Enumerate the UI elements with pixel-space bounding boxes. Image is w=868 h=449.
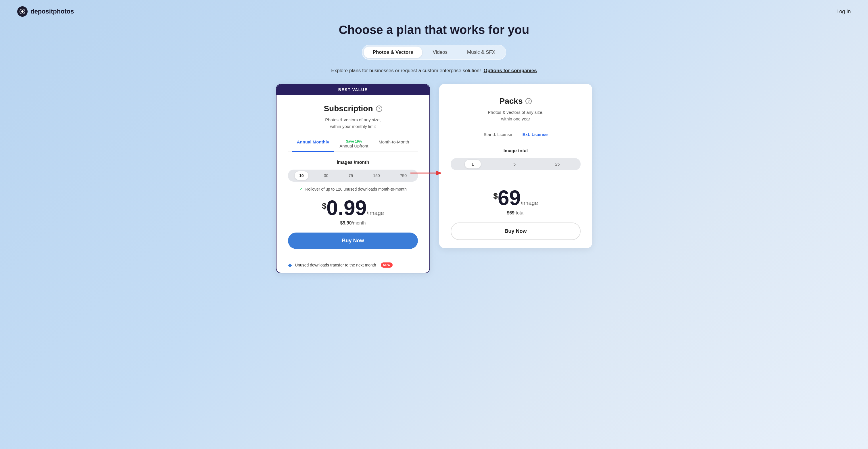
packs-details: Image total 1 5 25 $69/image $69 total (451, 140, 581, 240)
svg-marker-3 (436, 171, 442, 175)
packs-help-icon[interactable]: ? (525, 98, 532, 104)
tab-standard-license[interactable]: Stand. License (478, 129, 517, 140)
logo-icon (17, 6, 28, 17)
packs-slider-option-5[interactable]: 5 (506, 160, 523, 169)
subscription-slider: 10 30 75 150 750 (288, 170, 418, 182)
packs-buy-button[interactable]: Buy Now (451, 222, 581, 240)
packs-price: $69/image (451, 187, 581, 208)
plans-container: BEST VALUE Subscription ? Photos & vecto… (276, 84, 592, 273)
tab-music-sfx[interactable]: Music & SFX (458, 47, 504, 58)
packs-plan-tabs: Stand. License Ext. License (451, 129, 581, 140)
tab-month-to-month[interactable]: Month-to-Month (373, 137, 414, 152)
slider-option-75[interactable]: 75 (344, 171, 358, 180)
subscription-plan-body: Subscription ? Photos & vectors of any s… (277, 95, 429, 257)
packs-description: Photos & vectors of any size,within one … (451, 109, 581, 122)
price-unit: /image (367, 210, 384, 216)
packs-price-symbol: $ (493, 191, 498, 201)
packs-price-sub: $69 total (451, 210, 581, 216)
price-symbol: $ (322, 202, 327, 211)
tab-annual-monthly[interactable]: Annual Monthly (292, 137, 335, 152)
site-header: depositphotos Log In (0, 0, 868, 23)
svg-point-1 (21, 10, 24, 13)
packs-slider: 1 5 25 (451, 158, 581, 170)
subscription-footer: ◆ Unused downloads transfer to the next … (277, 257, 429, 273)
subscription-description: Photos & vectors of any size,within your… (288, 117, 418, 130)
slider-option-10[interactable]: 10 (294, 171, 308, 180)
packs-price-amount: 69 (498, 186, 521, 209)
subscription-price-sub: $9.90/month (288, 220, 418, 226)
slider-option-30[interactable]: 30 (319, 171, 333, 180)
price-amount: 0.99 (327, 196, 367, 219)
tab-annual-upfront[interactable]: Save 19% Annual Upfront (334, 137, 373, 152)
best-value-banner: BEST VALUE (277, 85, 429, 95)
logo: depositphotos (17, 6, 74, 17)
packs-price-unit: /image (521, 200, 538, 206)
subscription-price: $0.99/image (288, 198, 418, 218)
red-arrow (408, 164, 442, 182)
packs-plan-body: Packs ? Photos & vectors of any size,wit… (439, 84, 592, 248)
slider-option-150[interactable]: 150 (369, 171, 384, 180)
packs-slider-option-1[interactable]: 1 (465, 160, 481, 169)
subscription-details: Images /month 10 30 75 150 750 ✓ Rollove… (288, 152, 418, 249)
subscription-plan-tabs: Annual Monthly Save 19% Annual Upfront M… (288, 137, 418, 152)
packs-slider-label: Image total (451, 148, 581, 153)
subscription-buy-button[interactable]: Buy Now (288, 233, 418, 249)
check-icon: ✓ (299, 186, 303, 192)
packs-title: Packs ? (451, 97, 581, 106)
enterprise-text: Explore plans for businesses or request … (331, 68, 537, 73)
diamond-icon: ◆ (288, 262, 292, 268)
subscription-slider-label: Images /month (288, 160, 418, 165)
tab-ext-license[interactable]: Ext. License (517, 129, 553, 140)
tab-photos-vectors[interactable]: Photos & Vectors (364, 47, 423, 58)
rollover-note: ✓ Rollover of up to 120 unused downloads… (288, 186, 418, 192)
packs-plan-card: Packs ? Photos & vectors of any size,wit… (439, 84, 592, 248)
logo-text: depositphotos (30, 8, 74, 15)
category-tab-bar: Photos & Vectors Videos Music & SFX (362, 45, 506, 60)
new-badge: NEW (381, 263, 393, 268)
login-button[interactable]: Log In (836, 9, 851, 14)
tab-videos[interactable]: Videos (423, 47, 457, 58)
enterprise-link[interactable]: Options for companies (484, 68, 537, 73)
subscription-help-icon[interactable]: ? (376, 106, 382, 112)
page-title: Choose a plan that works for you (339, 23, 529, 37)
packs-slider-option-25[interactable]: 25 (548, 160, 567, 169)
subscription-plan-card: BEST VALUE Subscription ? Photos & vecto… (276, 84, 430, 273)
subscription-title: Subscription ? (288, 104, 418, 113)
